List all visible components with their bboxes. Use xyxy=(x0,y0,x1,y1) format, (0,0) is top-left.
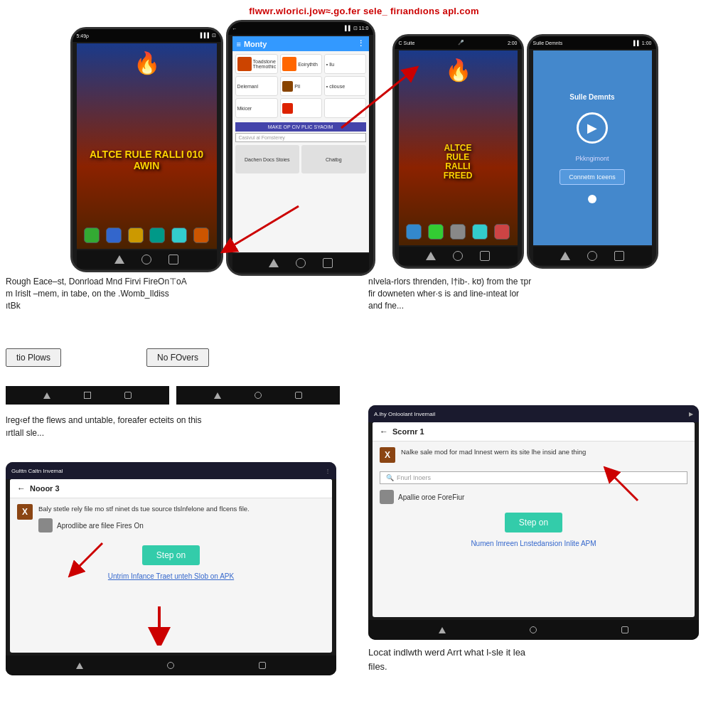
menu-item[interactable]: ToadstoneThemothic xyxy=(235,54,279,74)
menu-header: ≡ Monty ⋮ xyxy=(232,36,369,51)
menu-bottom-item-2[interactable]: Chatbg xyxy=(301,145,366,173)
recents-icon-2[interactable] xyxy=(323,258,333,268)
home-icon-mini[interactable] xyxy=(84,392,91,399)
indicator-dot xyxy=(588,195,596,203)
thumb xyxy=(282,81,293,92)
thumb xyxy=(282,103,293,114)
url-bar: flwwr.wlorici.jow≈.go.fer sele_ firıandı… xyxy=(0,6,728,16)
recents-icon-sr[interactable] xyxy=(621,626,628,633)
home-icon-sl[interactable] xyxy=(167,662,174,669)
app-icon xyxy=(193,228,209,243)
app-icons-row xyxy=(77,228,217,243)
screenshot-top-bar-left: Gulttn Caltn Invemal ⋮ xyxy=(6,462,336,479)
back-icon-3[interactable] xyxy=(426,252,436,260)
app-icon xyxy=(149,228,165,243)
install-link-left[interactable]: Untrim Infance Traet unteh Slob on APK xyxy=(10,572,332,580)
game-title: ALTCE RULE RALLI 010 AWIN xyxy=(77,149,217,171)
back-icon-sl[interactable] xyxy=(76,663,83,669)
phone-screen-1: 🔥 ALTCE RULE RALLI 010 AWIN xyxy=(77,43,217,249)
section-3-text: lreg‹ef the flews and untable, foreafer … xyxy=(6,414,354,439)
back-icon-4[interactable] xyxy=(560,252,570,260)
x-icon-left: X xyxy=(17,504,33,520)
x-icon-right: X xyxy=(380,447,395,463)
red-arrow-in-screenshot-left xyxy=(60,536,131,579)
management-label: Pkkngimont xyxy=(575,155,609,162)
content-text-right: Nalke sale mod for mad lnnest wern its s… xyxy=(401,447,687,457)
home-icon-2[interactable] xyxy=(296,258,306,268)
menu-search[interactable]: Casivul al Fomsterey xyxy=(235,133,366,142)
home-icon-sr[interactable] xyxy=(530,626,537,633)
phone-3: C Suite 🎤 2:00 🔥 ALTCERULERALLIFREED xyxy=(392,34,524,269)
status-bar-3: C Suite 🎤 2:00 xyxy=(395,36,522,49)
back-icon[interactable] xyxy=(114,255,124,264)
game-screen-3: 🔥 ALTCERULERALLIFREED xyxy=(399,50,518,245)
nav-bar-1 xyxy=(77,250,217,269)
screenshot-bottom-nav-right xyxy=(368,620,699,640)
back-icon-mini[interactable] xyxy=(43,392,50,399)
flame-icon-3: 🔥 xyxy=(445,58,471,82)
phone-screen-4: Sulle Demnts ▶ Pkkngimont Connetm Iceens xyxy=(533,50,652,245)
nav-bar-3 xyxy=(399,247,518,265)
back-icon-sr[interactable] xyxy=(439,627,446,633)
section-2-text: nIvela-rlors threnden, l†ib-. kʊ) from t… xyxy=(368,276,717,311)
apk-icon-left xyxy=(38,518,53,532)
menu-bottom-item[interactable]: Dachen Docs Stoies xyxy=(235,145,300,173)
menu-item[interactable]: Mkicer xyxy=(235,98,279,118)
thumb xyxy=(282,57,296,71)
menu-item[interactable] xyxy=(280,98,322,118)
home-icon-3[interactable] xyxy=(453,251,463,261)
home-icon-4[interactable] xyxy=(587,251,597,261)
phone-4: Sulle Demnts ▌▌ 1:00 Sulle Demnts ▶ Pkkn… xyxy=(527,34,658,269)
back-icon-2[interactable] xyxy=(269,259,279,267)
screenshot-header-left: ← Nooor 3 xyxy=(10,479,332,498)
menu-item[interactable]: • llu xyxy=(324,54,366,74)
step-on-button-left[interactable]: Step on xyxy=(142,545,200,565)
game-screen-1: 🔥 ALTCE RULE RALLI 010 AWIN xyxy=(77,43,217,249)
recents-icon-sl[interactable] xyxy=(259,662,266,669)
mini-nav-right xyxy=(176,386,340,405)
app-icon xyxy=(494,224,510,240)
nav-bar-2 xyxy=(232,254,369,272)
phone-screen-3: 🔥 ALTCERULERALLIFREED xyxy=(399,50,518,245)
recents-icon[interactable] xyxy=(168,255,178,264)
menu-item[interactable]: Eoirythth xyxy=(280,54,322,74)
home-icon-mini-2[interactable] xyxy=(255,392,262,399)
recents-icon-mini-2[interactable] xyxy=(295,392,302,399)
bottom-screenshot-right: A.lhy Onloolant Invemail ▶ ← Scornr 1 X … xyxy=(368,405,699,640)
menu-item[interactable]: • cliouse xyxy=(324,76,366,96)
screenshot-header-right: ← Scornr 1 xyxy=(373,422,695,441)
no-fovers-button[interactable]: No FOvers xyxy=(146,348,209,367)
apk-icon-right xyxy=(380,490,394,504)
app-icon xyxy=(450,224,466,240)
menu-item[interactable]: Delemanl xyxy=(235,76,279,96)
menu-item[interactable]: Pll xyxy=(280,76,322,96)
section-1-text: Rough Eace–st, Donrload Mnd Firvi FireOn… xyxy=(6,276,361,311)
game-title-3: ALTCERULERALLIFREED xyxy=(444,144,473,181)
app-icon xyxy=(128,228,144,243)
phone-screen-2: ≡ Monty ⋮ ToadstoneThemothic Eoirythth •… xyxy=(232,36,369,252)
home-icon[interactable] xyxy=(141,255,151,264)
app-icon xyxy=(472,224,488,240)
app-icon xyxy=(171,228,187,243)
recents-icon-4[interactable] xyxy=(614,251,624,261)
recents-icon-3[interactable] xyxy=(480,251,490,261)
mini-nav-left xyxy=(6,386,169,405)
back-icon-mini-2[interactable] xyxy=(214,392,221,399)
red-arrow-in-screenshot-right xyxy=(595,465,652,508)
phone-2: ← ▌▌ ⊡ 11:0 ≡ Monty ⋮ ToadstoneThemothic xyxy=(226,20,375,276)
apk-row-left: Aprodlibe are filee Fires On xyxy=(38,518,325,532)
connect-button[interactable]: Connetm Iceens xyxy=(560,169,625,185)
step-on-button-right[interactable]: Step on xyxy=(505,513,562,532)
app-icons-row-3 xyxy=(399,224,518,240)
play-button[interactable]: ▶ xyxy=(577,112,608,144)
screenshot-inner-left: ← Nooor 3 X Baly stetle rely file mo stf… xyxy=(10,479,332,653)
status-bar-2: ← ▌▌ ⊡ 11:0 xyxy=(228,22,373,35)
phones-row: 5:49ρ ▌▌▌ ⊡ 🔥 ALTCE RULE RALLI 010 AWIN xyxy=(0,20,728,276)
no-plows-button[interactable]: tio Plows xyxy=(6,348,61,367)
flame-icon: 🔥 xyxy=(134,50,160,75)
make-bar: MAKE OP CIV PLIC SYAOIM xyxy=(235,122,366,132)
install-link-right[interactable]: Numen Imreen Lnstedansion Inlite APM xyxy=(373,540,695,547)
recents-icon-mini[interactable] xyxy=(124,392,132,399)
screenshot-inner-right: ← Scornr 1 X Nalke sale mod for mad lnne… xyxy=(373,422,695,617)
menu-item[interactable] xyxy=(324,98,366,118)
